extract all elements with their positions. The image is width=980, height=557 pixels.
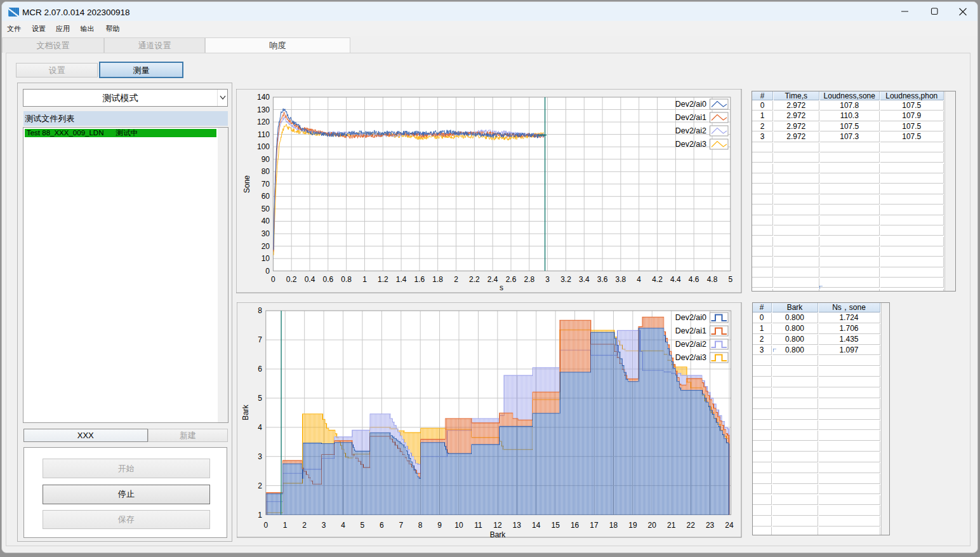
- svg-text:1.4: 1.4: [396, 275, 407, 284]
- svg-text:1.6: 1.6: [414, 275, 425, 284]
- svg-text:2.4: 2.4: [487, 275, 498, 284]
- svg-text:2.6: 2.6: [506, 275, 517, 284]
- svg-text:130: 130: [257, 105, 270, 114]
- svg-text:21: 21: [667, 520, 676, 529]
- svg-text:3: 3: [258, 452, 262, 460]
- svg-text:Dev2/ai1: Dev2/ai1: [675, 326, 706, 335]
- svg-text:15: 15: [552, 520, 560, 529]
- svg-text:90: 90: [262, 155, 270, 164]
- svg-text:140: 140: [257, 93, 270, 102]
- svg-text:Dev2/ai2: Dev2/ai2: [675, 340, 706, 349]
- svg-text:1: 1: [362, 275, 367, 284]
- svg-text:60: 60: [262, 192, 270, 201]
- svg-text:7: 7: [258, 335, 262, 344]
- svg-text:12: 12: [493, 520, 502, 529]
- svg-text:Dev2/ai1: Dev2/ai1: [675, 113, 706, 122]
- svg-text:10: 10: [262, 254, 270, 263]
- svg-text:Dev2/ai0: Dev2/ai0: [675, 100, 706, 109]
- svg-text:8: 8: [258, 306, 262, 315]
- svg-text:8: 8: [418, 520, 423, 529]
- svg-text:70: 70: [262, 180, 270, 189]
- svg-text:23: 23: [706, 520, 715, 529]
- svg-text:110: 110: [258, 130, 270, 139]
- svg-text:6: 6: [258, 365, 262, 373]
- svg-text:40: 40: [262, 217, 270, 225]
- svg-text:0.2: 0.2: [286, 275, 297, 284]
- svg-text:3.4: 3.4: [579, 275, 590, 284]
- svg-text:0.6: 0.6: [322, 275, 333, 284]
- svg-text:20: 20: [262, 242, 270, 251]
- svg-text:11: 11: [474, 520, 482, 529]
- svg-text:4.2: 4.2: [652, 275, 663, 284]
- svg-text:4.4: 4.4: [670, 275, 681, 284]
- svg-text:5: 5: [258, 393, 262, 402]
- svg-text:0: 0: [271, 275, 275, 284]
- svg-text:Sone: Sone: [242, 175, 251, 193]
- svg-text:4.8: 4.8: [707, 275, 718, 284]
- svg-text:2: 2: [302, 520, 307, 529]
- svg-text:18: 18: [609, 520, 618, 529]
- svg-text:9: 9: [437, 520, 442, 529]
- svg-text:Dev2/ai3: Dev2/ai3: [675, 140, 706, 149]
- svg-text:1: 1: [283, 520, 288, 529]
- svg-text:100: 100: [257, 142, 270, 151]
- svg-text:4: 4: [341, 520, 345, 529]
- svg-text:120: 120: [257, 117, 270, 126]
- svg-text:80: 80: [262, 167, 270, 176]
- svg-text:1.2: 1.2: [378, 275, 388, 284]
- svg-text:Dev2/ai3: Dev2/ai3: [675, 353, 706, 362]
- svg-text:30: 30: [262, 229, 270, 238]
- svg-text:2.8: 2.8: [524, 275, 534, 284]
- svg-text:50: 50: [262, 205, 270, 213]
- svg-text:20: 20: [648, 520, 657, 529]
- svg-text:1.8: 1.8: [432, 275, 443, 284]
- svg-text:2.2: 2.2: [469, 275, 480, 284]
- svg-text:2: 2: [454, 275, 458, 284]
- svg-text:22: 22: [687, 520, 696, 529]
- svg-text:10: 10: [454, 520, 463, 529]
- svg-text:0: 0: [263, 520, 268, 529]
- svg-text:13: 13: [513, 520, 522, 529]
- svg-text:0.4: 0.4: [305, 275, 315, 284]
- svg-text:14: 14: [532, 520, 541, 529]
- svg-text:2: 2: [258, 481, 262, 490]
- svg-text:3: 3: [545, 275, 550, 284]
- svg-text:3.8: 3.8: [616, 275, 626, 284]
- svg-text:Bark: Bark: [241, 404, 250, 420]
- svg-text:17: 17: [590, 520, 599, 529]
- svg-text:0.8: 0.8: [341, 275, 352, 284]
- svg-text:5: 5: [361, 520, 365, 529]
- svg-text:Dev2/ai0: Dev2/ai0: [675, 313, 706, 322]
- svg-text:3.2: 3.2: [560, 275, 571, 284]
- svg-text:7: 7: [399, 520, 403, 529]
- svg-text:16: 16: [571, 520, 579, 529]
- svg-text:3.6: 3.6: [597, 275, 608, 284]
- svg-text:4.6: 4.6: [689, 275, 699, 284]
- svg-text:0: 0: [265, 267, 270, 276]
- svg-text:s: s: [500, 283, 503, 292]
- svg-text:6: 6: [380, 520, 384, 529]
- svg-text:5: 5: [728, 275, 732, 284]
- svg-text:1: 1: [258, 510, 262, 519]
- svg-text:4: 4: [258, 422, 262, 431]
- svg-text:4: 4: [637, 275, 641, 284]
- svg-text:Bark: Bark: [490, 530, 507, 539]
- svg-text:19: 19: [628, 520, 637, 529]
- svg-text:Dev2/ai2: Dev2/ai2: [675, 126, 706, 135]
- svg-text:24: 24: [725, 520, 734, 529]
- svg-text:3: 3: [322, 520, 326, 529]
